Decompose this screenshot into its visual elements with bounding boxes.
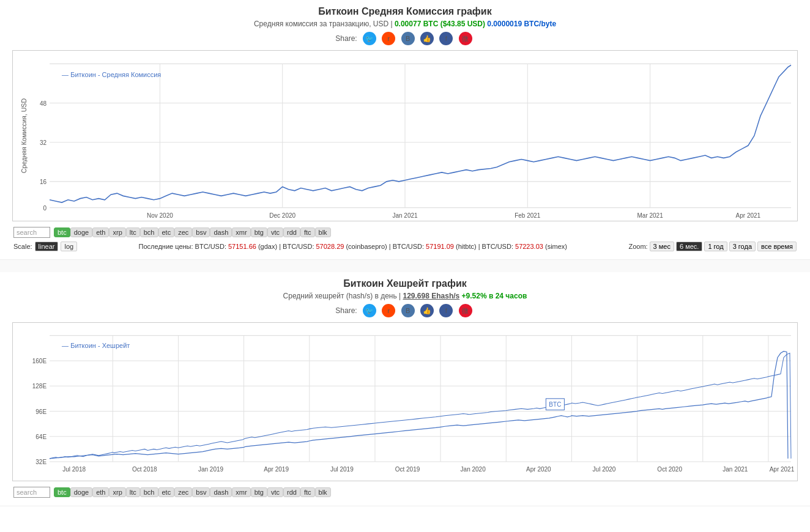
chart2-share-twitter-btn[interactable]: 🐦 bbox=[363, 304, 376, 317]
chart2-coin-xmr[interactable]: xmr bbox=[232, 487, 250, 497]
chart2-coin-eth[interactable]: eth bbox=[92, 487, 109, 497]
chart2-value-change: +9.52% в 24 часов bbox=[462, 292, 527, 300]
chart1-value-usd: ($43.85 USD) bbox=[440, 20, 485, 28]
chart2-title: Биткоин Хешрейт график bbox=[12, 278, 798, 289]
chart1-value-byte: 0.0000019 BTC/byte bbox=[487, 20, 556, 28]
svg-text:— Биткоин - Средняя Комиссия: — Биткоин - Средняя Комиссия bbox=[62, 70, 161, 78]
chart1-subtitle: Средняя комиссия за транзакцию, USD | 0.… bbox=[12, 20, 798, 28]
svg-text:Oct 2018: Oct 2018 bbox=[132, 465, 157, 472]
chart1-zoom-3m[interactable]: 3 мес bbox=[650, 242, 674, 251]
chart2-bottom-bar: btcdogeethxrpltcbchetczecbsvdashxmrbtgvt… bbox=[12, 485, 798, 500]
svg-text:Feb 2021: Feb 2021 bbox=[515, 212, 540, 218]
chart2-coin-xrp[interactable]: xrp bbox=[109, 487, 125, 497]
chart2-coin-btc[interactable]: btc bbox=[54, 487, 70, 497]
chart2-share-like-btn[interactable]: 👍 bbox=[420, 304, 434, 317]
chart1-zoom-3y[interactable]: 3 года bbox=[729, 242, 756, 251]
chart1-scale-linear[interactable]: linear bbox=[35, 242, 59, 251]
share-vk-btn[interactable]: В bbox=[401, 32, 415, 45]
chart2-coin-ftc[interactable]: ftc bbox=[300, 487, 315, 497]
chart1-coin-dash[interactable]: dash bbox=[210, 227, 232, 237]
chart1-coin-zec[interactable]: zec bbox=[174, 227, 192, 237]
svg-text:Jan 2020: Jan 2020 bbox=[461, 465, 486, 472]
chart2-coins: btcdogeethxrpltcbchetczecbsvdashxmrbtgvt… bbox=[54, 487, 331, 497]
chart1-scale-label: Scale: bbox=[13, 243, 32, 250]
share-reddit-btn[interactable]: r bbox=[382, 32, 395, 45]
share-twitter-btn[interactable]: 🐦 bbox=[363, 32, 376, 45]
chart2-value-hash: 129.698 Ehash/s bbox=[403, 292, 460, 300]
chart1-coin-eth[interactable]: eth bbox=[92, 227, 109, 237]
chart1-coin-etc[interactable]: etc bbox=[158, 227, 175, 237]
svg-text:Apr 2021: Apr 2021 bbox=[770, 465, 795, 472]
svg-text:Mar 2021: Mar 2021 bbox=[637, 212, 663, 218]
chart2-coin-dash[interactable]: dash bbox=[210, 487, 232, 497]
chart2-search-input[interactable] bbox=[13, 487, 50, 498]
chart2-share-label: Share: bbox=[335, 306, 357, 315]
chart1-coin-xrp[interactable]: xrp bbox=[109, 227, 125, 237]
chart1-title: Биткоин Средняя Комиссия график bbox=[12, 6, 798, 17]
svg-text:0: 0 bbox=[43, 205, 47, 212]
chart1-zoom-bar: Zoom: 3 мес 6 мес. 1 год 3 года все врем… bbox=[628, 242, 797, 251]
svg-text:Dec 2020: Dec 2020 bbox=[269, 212, 295, 218]
chart1-coin-doge[interactable]: doge bbox=[70, 227, 92, 237]
chart1-zoom-6m[interactable]: 6 мес. bbox=[676, 242, 702, 251]
chart2-coin-vtc[interactable]: vtc bbox=[267, 487, 283, 497]
svg-text:96E: 96E bbox=[35, 408, 46, 415]
chart2-canvas: 32E 64E 96E 128E 160E Jul 2018 Oct 2018 … bbox=[12, 322, 798, 481]
chart1-zoom-label: Zoom: bbox=[628, 243, 647, 250]
chart1-coin-ltc[interactable]: ltc bbox=[126, 227, 140, 237]
svg-text:— Биткоин - Хешрейт: — Биткоин - Хешрейт bbox=[62, 342, 130, 349]
svg-text:Jul 2019: Jul 2019 bbox=[330, 465, 354, 472]
svg-text:64E: 64E bbox=[35, 434, 46, 440]
chart1-zoom-1y[interactable]: 1 год bbox=[704, 242, 727, 251]
chart1-svg: 0 16 32 48 Nov 2020 Dec 2020 Jan 2021 Fe… bbox=[13, 51, 797, 221]
chart2-share-reddit-btn[interactable]: r bbox=[382, 304, 395, 317]
chart1-coin-ftc[interactable]: ftc bbox=[300, 227, 315, 237]
chart1-coin-xmr[interactable]: xmr bbox=[232, 227, 250, 237]
chart2-share-weibo-btn[interactable]: 微 bbox=[459, 304, 472, 317]
svg-text:Oct 2019: Oct 2019 bbox=[395, 465, 420, 472]
chart1-coin-bch[interactable]: bch bbox=[140, 227, 158, 237]
svg-text:128E: 128E bbox=[32, 383, 47, 390]
chart2-coin-btg[interactable]: btg bbox=[251, 487, 267, 497]
chart2-coin-bsv[interactable]: bsv bbox=[192, 487, 210, 497]
svg-text:Apr 2019: Apr 2019 bbox=[264, 465, 289, 472]
chart2-coin-blk[interactable]: blk bbox=[315, 487, 331, 497]
chart1-coin-bsv[interactable]: bsv bbox=[192, 227, 210, 237]
svg-text:Jul 2020: Jul 2020 bbox=[593, 465, 616, 472]
chart2-share-fb-btn[interactable]: f bbox=[439, 304, 453, 317]
chart2-section: Биткоин Хешрейт график Средний хешрейт (… bbox=[0, 272, 810, 506]
chart2-share-vk-btn[interactable]: В bbox=[401, 304, 415, 317]
chart2-coin-zec[interactable]: zec bbox=[174, 487, 192, 497]
share-weibo-btn[interactable]: 微 bbox=[459, 32, 472, 45]
share-like-btn[interactable]: 👍 bbox=[420, 32, 434, 45]
chart1-subtitle-prefix: Средняя комиссия за транзакцию, USD | bbox=[254, 20, 395, 28]
share-fb-btn[interactable]: f bbox=[439, 32, 453, 45]
chart1-coin-blk[interactable]: blk bbox=[315, 227, 331, 237]
chart1-coin-rdd[interactable]: rdd bbox=[283, 227, 300, 237]
chart1-bottom-bar: btcdogeethxrpltcbchetczecbsvdashxmrbtgvt… bbox=[12, 225, 798, 240]
chart1-coin-btg[interactable]: btg bbox=[251, 227, 267, 237]
chart1-scale-bar: Scale: linear log Последние цены: BTC/US… bbox=[12, 240, 798, 253]
svg-text:Jan 2021: Jan 2021 bbox=[392, 212, 417, 218]
svg-text:Jan 2019: Jan 2019 bbox=[198, 465, 224, 472]
svg-text:BTC: BTC bbox=[549, 401, 561, 408]
chart1-prices: Последние цены: BTC/USD: 57151.66 (gdax)… bbox=[80, 243, 626, 250]
chart2-svg: 32E 64E 96E 128E 160E Jul 2018 Oct 2018 … bbox=[13, 323, 797, 481]
chart1-search-input[interactable] bbox=[13, 227, 50, 238]
chart1-zoom-all[interactable]: все время bbox=[757, 242, 797, 251]
chart1-coin-vtc[interactable]: vtc bbox=[267, 227, 283, 237]
chart2-coin-rdd[interactable]: rdd bbox=[283, 487, 300, 497]
chart2-subtitle: Средний хешрейт (hash/s) в день | 129.69… bbox=[12, 292, 798, 300]
chart1-coin-btc[interactable]: btc bbox=[54, 227, 70, 237]
svg-text:32E: 32E bbox=[35, 459, 46, 465]
svg-text:Oct 2020: Oct 2020 bbox=[657, 465, 682, 472]
chart1-share-bar: Share: 🐦 r В 👍 f 微 bbox=[12, 32, 798, 45]
chart2-coin-etc[interactable]: etc bbox=[158, 487, 175, 497]
svg-text:16: 16 bbox=[40, 179, 46, 185]
chart2-coin-doge[interactable]: doge bbox=[70, 487, 92, 497]
chart1-scale-log[interactable]: log bbox=[61, 242, 77, 251]
chart2-coin-bch[interactable]: bch bbox=[140, 487, 158, 497]
svg-text:Jul 2018: Jul 2018 bbox=[62, 465, 86, 472]
svg-text:Средняя Комиссия, USD: Средняя Комиссия, USD bbox=[21, 98, 28, 173]
chart2-coin-ltc[interactable]: ltc bbox=[126, 487, 140, 497]
